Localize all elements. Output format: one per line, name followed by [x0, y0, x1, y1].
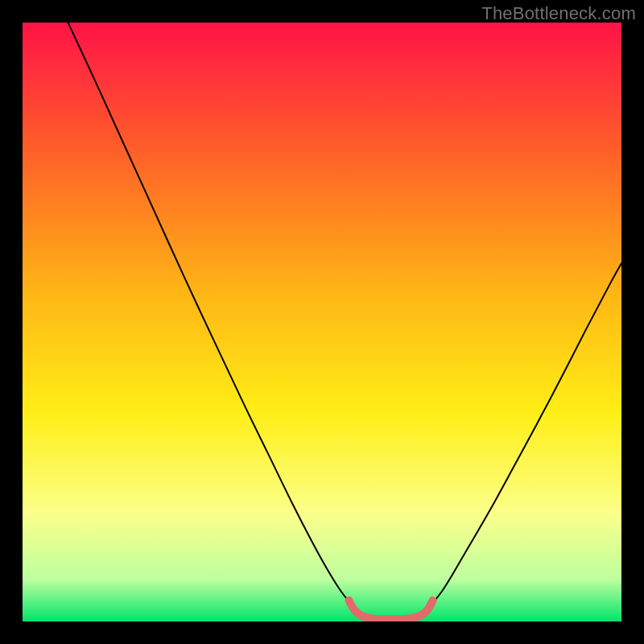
plot-area — [23, 23, 621, 621]
chart-container: TheBottleneck.com — [0, 0, 644, 644]
chart-svg — [23, 23, 621, 621]
watermark-text: TheBottleneck.com — [481, 3, 636, 24]
gradient-background — [23, 23, 621, 621]
